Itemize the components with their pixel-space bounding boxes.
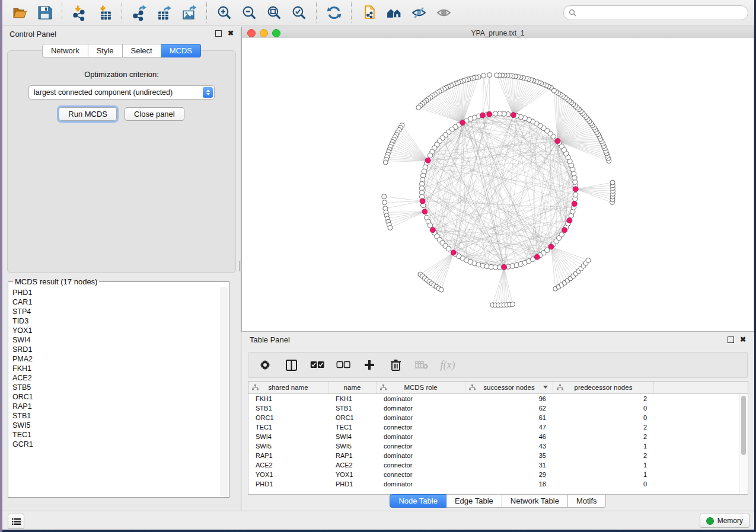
- import-table-from-file-icon[interactable]: [96, 4, 113, 21]
- control-panel-tab-style[interactable]: Style: [88, 44, 123, 57]
- task-history-button[interactable]: [8, 514, 24, 529]
- table-row[interactable]: ORC1ORC1dominator610: [248, 413, 748, 422]
- mcds-list-scrollbar[interactable]: [221, 287, 228, 496]
- dropdown-stepper-icon: [203, 87, 213, 98]
- export-image-icon[interactable]: [181, 4, 197, 21]
- save-session-icon[interactable]: [36, 4, 53, 21]
- mcds-result-item[interactable]: TID3: [12, 316, 221, 326]
- control-panel-tab-network[interactable]: Network: [42, 44, 88, 57]
- mcds-result-item[interactable]: FKH1: [12, 364, 221, 373]
- float-table-panel-icon[interactable]: [728, 336, 734, 343]
- mcds-result-item[interactable]: PHD1: [12, 288, 221, 297]
- export-table-icon[interactable]: [156, 4, 173, 21]
- mcds-result-item[interactable]: STB1: [12, 411, 221, 421]
- mcds-result-item[interactable]: SWI4: [12, 335, 221, 345]
- column-header-shared-name[interactable]: shared name: [248, 382, 328, 393]
- deselect-all-rows-icon[interactable]: [336, 358, 350, 372]
- table-cell-filler: [654, 451, 748, 460]
- close-table-panel-icon[interactable]: ✖: [740, 336, 746, 343]
- table-cell: TEC1: [328, 422, 377, 432]
- table-cell: dominator: [377, 479, 465, 489]
- table-row[interactable]: TEC1TEC1connector472: [248, 422, 748, 432]
- search-box[interactable]: [563, 5, 748, 20]
- show-graphics-details-icon[interactable]: [435, 4, 452, 21]
- table-row[interactable]: SWI4SWI4dominator462: [248, 432, 748, 441]
- table-tab-edge-table[interactable]: Edge Table: [446, 494, 502, 508]
- memory-button[interactable]: Memory: [700, 514, 749, 528]
- create-column-icon[interactable]: [362, 358, 377, 372]
- column-label: successor nodes: [483, 384, 534, 391]
- table-cell: 61: [465, 413, 553, 422]
- first-neighbors-icon[interactable]: [385, 4, 402, 21]
- mcds-result-item[interactable]: STB5: [12, 383, 221, 392]
- table-tab-motifs[interactable]: Motifs: [568, 494, 606, 508]
- table-mode-gear-icon[interactable]: [258, 358, 272, 372]
- table-row[interactable]: PHD1PHD1dominator180: [248, 479, 748, 489]
- table-cell-filler: [654, 394, 748, 403]
- delete-columns-icon[interactable]: [388, 358, 403, 372]
- update-network-icon[interactable]: [326, 4, 342, 21]
- table-scrollbar[interactable]: [739, 394, 747, 493]
- column-header-name[interactable]: name: [328, 382, 377, 393]
- float-panel-icon[interactable]: [215, 30, 222, 37]
- select-all-rows-icon[interactable]: [310, 358, 324, 372]
- table-cell: 0: [553, 479, 654, 489]
- mcds-result-list[interactable]: PHD1CAR1STP4TID3YOX1SWI4SRD1PMA2FKH1ACE2…: [8, 286, 221, 497]
- mcds-result-item[interactable]: PMA2: [12, 354, 221, 364]
- table-tab-network-table[interactable]: Network Table: [502, 494, 568, 508]
- run-mcds-button[interactable]: Run MCDS: [59, 107, 117, 121]
- network-canvas[interactable]: [242, 38, 754, 331]
- table-cell: 35: [465, 451, 553, 460]
- column-header-predecessor-nodes[interactable]: predecessor nodes: [553, 382, 654, 393]
- control-panel-title: Control Panel: [9, 30, 56, 39]
- mcds-result-item[interactable]: TEC1: [12, 430, 221, 440]
- mcds-result-item[interactable]: SWI5: [12, 421, 221, 430]
- status-bar: Memory: [2, 511, 754, 530]
- mcds-result-item[interactable]: CAR1: [12, 297, 221, 307]
- table-row[interactable]: SWI5SWI5connector431: [248, 441, 748, 451]
- mcds-result-item[interactable]: ACE2: [12, 373, 221, 383]
- control-panel-tab-mcds[interactable]: MCDS: [161, 44, 201, 57]
- criterion-dropdown[interactable]: largest connected component (undirected): [28, 85, 215, 100]
- table-cell: 1: [553, 470, 654, 479]
- mcds-result-item[interactable]: STP4: [12, 307, 221, 316]
- table-tab-node-table[interactable]: Node Table: [390, 494, 446, 508]
- table-row[interactable]: YOX1YOX1connector291: [248, 470, 748, 479]
- zoom-fit-content-icon[interactable]: [266, 4, 282, 21]
- table-row[interactable]: ACE2ACE2connector311: [248, 460, 748, 470]
- close-panel-button[interactable]: Close panel: [125, 107, 184, 121]
- column-header-successor-nodes[interactable]: successor nodes: [465, 382, 553, 393]
- table-cell: connector: [377, 422, 465, 432]
- open-session-icon[interactable]: [11, 4, 28, 21]
- main-toolbar: [2, 0, 754, 25]
- import-network-from-file-icon[interactable]: [71, 4, 88, 21]
- show-column-panel-icon[interactable]: [284, 358, 298, 372]
- table-cell: dominator: [377, 432, 465, 441]
- hide-graphics-details-icon[interactable]: [410, 4, 427, 21]
- table-scrollbar-thumb[interactable]: [741, 396, 746, 455]
- zoom-selected-region-icon[interactable]: [291, 4, 307, 21]
- mcds-result-item[interactable]: GCR1: [12, 440, 221, 449]
- mcds-result-item[interactable]: SRD1: [12, 345, 221, 354]
- column-header-MCDS-role[interactable]: MCDS role: [377, 382, 465, 393]
- table-row[interactable]: FKH1FKH1dominator962: [248, 394, 748, 403]
- control-panel-tab-select[interactable]: Select: [123, 44, 161, 57]
- close-panel-icon[interactable]: ✖: [228, 30, 234, 37]
- node-table-header: shared namenameMCDS rolesuccessor nodesp…: [248, 382, 748, 394]
- search-input[interactable]: [579, 8, 743, 17]
- table-cell: connector: [377, 470, 465, 479]
- table-cell: 2: [553, 394, 654, 403]
- network-window-titlebar[interactable]: YPA_prune.txt_1: [241, 27, 754, 39]
- zoom-out-icon[interactable]: [241, 4, 257, 21]
- network-from-file-icon[interactable]: [361, 4, 377, 21]
- mcds-result-item[interactable]: YOX1: [12, 326, 221, 335]
- table-row[interactable]: RAP1RAP1dominator352: [248, 451, 748, 460]
- table-panel-titlebar: Table Panel ✖: [241, 334, 754, 345]
- table-cell: SWI5: [248, 441, 328, 451]
- zoom-in-icon[interactable]: [216, 4, 232, 21]
- mcds-result-item[interactable]: ORC1: [12, 392, 221, 402]
- table-row[interactable]: STB1STB1dominator620: [248, 403, 748, 413]
- mcds-result-item[interactable]: RAP1: [12, 402, 221, 411]
- mcds-result-title: MCDS result (17 nodes): [13, 277, 99, 286]
- export-network-icon[interactable]: [131, 4, 148, 21]
